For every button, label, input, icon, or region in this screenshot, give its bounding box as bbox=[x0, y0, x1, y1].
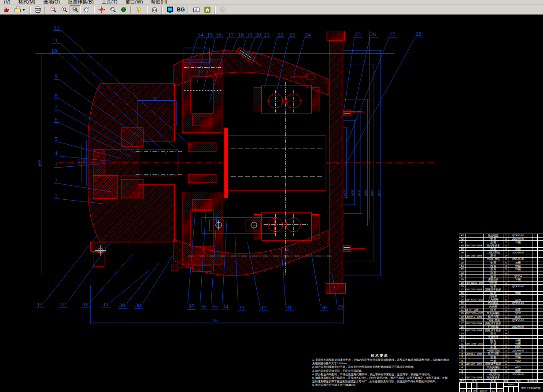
toolbar-separator bbox=[146, 6, 148, 14]
bom-row-33: 33垫 片335钢 bbox=[459, 267, 543, 271]
bom-row-30: 30调整垫片135钢 bbox=[459, 278, 543, 281]
notes-title: 技术要求 bbox=[310, 353, 450, 358]
svg-text:37: 37 bbox=[188, 303, 194, 309]
svg-text:41: 41 bbox=[82, 301, 88, 308]
bom-row-17: 17GB/T 283—1994圆柱滚子轴承1N314E bbox=[459, 322, 543, 325]
bom-row-24: 24GB/T 6170—2000六角螺母6Q235M16 bbox=[459, 298, 543, 302]
bom-row-7: 7垫 圈335钢 bbox=[459, 355, 543, 359]
zoom-in-button[interactable] bbox=[59, 5, 70, 14]
svg-text:30: 30 bbox=[321, 304, 327, 311]
dimension-label: φ72 bbox=[78, 159, 81, 164]
bom-row-1: 1GB/T 276—1994深沟球轴承16207 bbox=[459, 376, 543, 379]
toolbar-separator bbox=[29, 6, 31, 14]
note-item-3: 3. 啮合齿轮应运转灵活，不应有卡滞现象。 bbox=[312, 369, 450, 373]
bom-row-26: 26隔 套135钢 bbox=[459, 291, 543, 295]
zoom-extents-button[interactable] bbox=[96, 5, 107, 14]
dimension-label: φ215 bbox=[357, 189, 361, 196]
bom-row-23: 23内齿圈座1QT450-10 bbox=[459, 301, 543, 305]
revision-header-cell: 处数 bbox=[466, 388, 472, 392]
svg-text:19: 19 bbox=[247, 31, 253, 38]
menu-item-5[interactable]: 窗口(W) bbox=[122, 0, 147, 4]
callout-43: 43 bbox=[36, 236, 97, 308]
dimension-label: 58 bbox=[153, 97, 157, 100]
school-name: 理工大学机械学院 bbox=[518, 383, 543, 392]
zoom-previous-button[interactable] bbox=[107, 5, 118, 14]
drawing-canvas[interactable]: 1211109876543211415161718192021222324252… bbox=[0, 15, 543, 392]
callout-28: 28 bbox=[345, 30, 423, 166]
menu-item-3[interactable]: 批量转换(B) bbox=[64, 0, 98, 4]
svg-text:7: 7 bbox=[55, 104, 58, 110]
bom-row-25: 25挡油罩1 bbox=[459, 295, 543, 298]
main-toolbar: ▼ BG ? i bbox=[0, 5, 543, 15]
bom-row-16: 16行星轮轴420CrMnTi bbox=[459, 325, 543, 329]
svg-text:18: 18 bbox=[238, 31, 244, 38]
svg-text:11: 11 bbox=[52, 37, 58, 44]
bom-row-8: 8GB 893.1—1986孔用挡圈165Mn bbox=[459, 352, 543, 356]
section-geometry bbox=[58, 31, 434, 294]
svg-text:6: 6 bbox=[55, 116, 58, 123]
svg-text:21: 21 bbox=[264, 31, 270, 38]
menu-item-6[interactable]: 帮助(H) bbox=[147, 0, 171, 4]
bom-row-34: 34挡 圈435钢 bbox=[459, 264, 543, 268]
bom-row-13: 13半轴套管1 bbox=[459, 335, 543, 339]
help-book-button[interactable]: ? bbox=[191, 5, 202, 14]
technical-notes: 技术要求 1. 零部件在装配前必须清洗干净，壳体内腔应无任何杂质并涂防锈漆，装配… bbox=[310, 353, 450, 387]
dimension-label: φ480 bbox=[370, 189, 374, 196]
bom-row-40: 40GB/T 292—1994深沟球轴承66208 bbox=[459, 244, 543, 248]
callout-38: 38 bbox=[134, 255, 174, 308]
svg-text:17: 17 bbox=[228, 31, 234, 38]
menu-bar: (V)格式(M)选项(O)批量转换(B)工具(T)窗口(W)帮助(H) bbox=[0, 0, 543, 4]
bg-toggle[interactable]: BG bbox=[175, 5, 186, 14]
svg-text:36: 36 bbox=[200, 303, 207, 310]
app-logo-icon[interactable] bbox=[1, 5, 12, 14]
title-block: 标记处数分区更改文件号签名年.月.日设计审核阶段标记重量比例1:1理工大学机械学… bbox=[459, 382, 543, 392]
dimension-label: φ95 bbox=[83, 159, 86, 164]
menu-item-0[interactable]: (V) bbox=[0, 0, 15, 4]
note-item-2: 2. 啮合齿面须接触良好平稳，其余零件的安装按有关图样要求或其它可靠固定的措施。 bbox=[312, 365, 450, 369]
svg-text:4: 4 bbox=[55, 150, 58, 156]
menu-item-1[interactable]: 格式(M) bbox=[15, 0, 40, 4]
display-settings-button[interactable] bbox=[164, 5, 175, 14]
bom-row-11: 11GB/T 1096—2003平 键145钢 bbox=[459, 342, 543, 346]
bom-row-20: 20GB/T 5782—2000六角头螺栓1Q235 bbox=[459, 311, 543, 315]
dropdown-arrow-icon[interactable]: ▼ bbox=[22, 8, 26, 12]
revision-cell bbox=[477, 383, 490, 388]
callout-40: 40 bbox=[102, 270, 150, 308]
info-button: i bbox=[217, 5, 228, 14]
svg-text:8: 8 bbox=[55, 92, 58, 99]
svg-text:43: 43 bbox=[37, 301, 43, 308]
svg-text:1: 1 bbox=[55, 192, 58, 199]
layers-button[interactable] bbox=[149, 5, 160, 14]
note-item-4: 4. 部分配合件装配时，不得任意使用代用零件，轴上零件应靠紧贴合，定位可靠，联接… bbox=[312, 373, 450, 376]
zoom-window-button[interactable] bbox=[70, 5, 81, 14]
pan-hand-button[interactable] bbox=[81, 5, 92, 14]
svg-text:28: 28 bbox=[415, 30, 421, 37]
callout-27: 27 bbox=[347, 31, 397, 143]
svg-text:35: 35 bbox=[211, 303, 218, 310]
menu-item-4[interactable]: 工具(T) bbox=[98, 0, 122, 4]
print-button[interactable] bbox=[32, 5, 43, 14]
lightning-button[interactable] bbox=[133, 5, 144, 14]
bom-row-6: 6一 轴140Cr bbox=[459, 359, 543, 363]
svg-text:25: 25 bbox=[355, 31, 361, 37]
svg-text:29: 29 bbox=[337, 303, 344, 310]
stage-box bbox=[509, 387, 513, 392]
svg-text:9: 9 bbox=[55, 73, 58, 79]
zoom-out-button[interactable] bbox=[48, 5, 59, 14]
view-globe-button[interactable] bbox=[118, 5, 129, 14]
svg-text:26: 26 bbox=[370, 31, 376, 37]
svg-text:12: 12 bbox=[54, 24, 59, 31]
bom-row-36: 36二级行星轮320CrMnTi bbox=[459, 257, 543, 261]
revision-cell bbox=[459, 383, 466, 388]
menu-item-2[interactable]: 选项(O) bbox=[39, 0, 64, 4]
dimension-label: φ604 bbox=[38, 160, 41, 167]
open-file-button[interactable]: ▼ bbox=[12, 5, 28, 14]
revision-header-cell: 标记 bbox=[459, 388, 466, 392]
svg-text:38: 38 bbox=[135, 302, 141, 308]
home-button[interactable] bbox=[202, 5, 213, 14]
bom-row-15: 15GB/T 283—1994圆柱滚子轴承8N218E bbox=[459, 329, 543, 332]
parts-list-table: 43轮边端盖1QT450-1042套 筒320CrMnTi41垫 圈335钢40… bbox=[459, 234, 543, 382]
revision-header-cell: 分区 bbox=[472, 388, 477, 392]
svg-text:?: ? bbox=[194, 8, 196, 12]
callout-41: 41 bbox=[81, 255, 133, 308]
